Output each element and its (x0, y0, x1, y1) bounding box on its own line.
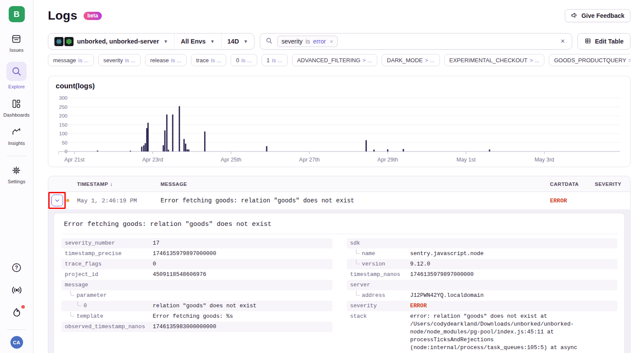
quick-filter-chip[interactable]: DARK_MODE> ... (382, 54, 439, 66)
environment-selector[interactable]: All Envs ▼ (174, 34, 221, 49)
attribute-row: addressJ12PWN42YQ.localdomain (347, 290, 618, 301)
logs-table: TIMESTAMP↓ MESSAGE CARTDATA SEVERITY May… (48, 176, 631, 353)
column-header-cartdata[interactable]: CARTDATA (540, 182, 588, 187)
column-header-message[interactable]: MESSAGE (161, 182, 540, 187)
svg-text:Apr 23rd: Apr 23rd (142, 157, 163, 163)
sort-desc-icon: ↓ (110, 181, 113, 187)
quick-filter-chip[interactable]: 1is ... (262, 54, 288, 66)
attribute-row: version9.12.0 (347, 259, 618, 269)
attribute-row: project_id4509118548606976 (61, 269, 332, 280)
edit-table-button[interactable]: Edit Table (577, 33, 631, 50)
attribute-row: namesentry.javascript.node (347, 249, 618, 259)
attributes-column-left: severity_number17timestamp_precise174613… (61, 238, 332, 332)
attribute-row: severityERROR (347, 301, 618, 311)
sidebar-item-label: Settings (8, 179, 26, 184)
date-range-selector[interactable]: 14D ▼ (221, 34, 255, 49)
sidebar-item-dashboards[interactable]: Dashboards (3, 98, 30, 118)
give-feedback-button[interactable]: Give Feedback (565, 9, 631, 22)
svg-text:?: ? (15, 265, 18, 271)
bar-chart-canvas[interactable]: 050100150200250300Apr 21stApr 23rdApr 25… (48, 92, 630, 167)
sidebar-item-label: Dashboards (3, 112, 30, 118)
sidebar-item-explore[interactable]: Explore (7, 62, 27, 89)
token-key: severity (282, 38, 302, 45)
sidebar-item-label: Explore (8, 84, 25, 89)
quick-filter-chip[interactable]: EXPERIMENTAL_CHECKOUT> ... (444, 54, 545, 66)
quick-filter-chip[interactable]: messageis ... (48, 54, 94, 66)
attribute-row: timestamp_nanos1746135979897000000 (347, 269, 618, 280)
user-avatar[interactable]: CA (10, 336, 23, 349)
quick-filter-chip[interactable]: releaseis ... (145, 54, 186, 66)
quick-filter-chip[interactable]: 0is ... (231, 54, 257, 66)
help-button[interactable]: ? (11, 262, 22, 275)
tree-connector-icon (70, 312, 74, 316)
environment-selector-value: All Envs (181, 38, 205, 45)
svg-text:Apr 25th: Apr 25th (221, 157, 241, 163)
log-table-row[interactable]: May 1, 2:46:19 PM Error fetching goods: … (48, 192, 630, 209)
tree-connector-icon (77, 301, 81, 306)
issues-icon (11, 34, 22, 44)
svg-text:100: 100 (59, 131, 67, 136)
sidebar-nav: Issues Explore Dashboards (3, 34, 30, 193)
settings-icon (11, 165, 22, 176)
log-detail-title: Error fetching goods: relation "goods" d… (64, 221, 617, 228)
notification-dot (21, 305, 25, 309)
row-detail-panel: Error fetching goods: relation "goods" d… (48, 209, 630, 353)
svg-text:150: 150 (59, 122, 67, 128)
chevron-down-icon: ▼ (164, 39, 168, 44)
annotation-highlight-box (48, 192, 66, 209)
quick-filter-chip[interactable]: severityis ... (98, 54, 141, 66)
svg-text:0: 0 (65, 149, 67, 154)
broadcast-icon[interactable] (11, 284, 23, 298)
selector-group: unborked, unborked-server ▼ All Envs ▼ 1… (48, 33, 255, 50)
org-logo[interactable]: B (9, 6, 25, 22)
attributes-column-right: sdknamesentry.javascript.nodeversion9.12… (347, 238, 618, 353)
attribute-row: 0relation "goods" does not exist (61, 301, 332, 311)
quick-filter-chip[interactable]: GOODS_PRODUCTQUERY> ... (549, 54, 631, 66)
sidebar-footer: ? CA (7, 262, 26, 353)
edit-table-label: Edit Table (595, 38, 624, 45)
sidebar-divider (7, 329, 26, 330)
sidebar-item-issues[interactable]: Issues (10, 34, 23, 53)
column-header-severity[interactable]: SEVERITY (588, 182, 630, 187)
tree-connector-icon (356, 259, 360, 264)
filter-bar: unborked, unborked-server ▼ All Envs ▼ 1… (48, 33, 631, 50)
svg-text:Apr 29th: Apr 29th (377, 157, 398, 163)
project-platform-icons (54, 37, 74, 46)
main-content: Logs beta Give Feedback (34, 7, 644, 353)
sidebar-divider (7, 156, 26, 156)
attribute-row: message (61, 280, 332, 290)
quick-filter-chip[interactable]: traceis ... (191, 54, 227, 66)
tree-connector-icon (356, 249, 360, 254)
whats-new-flame-icon[interactable] (11, 307, 23, 320)
sidebar-item-insights[interactable]: Insights (8, 127, 25, 146)
page-title: Logs (48, 9, 77, 23)
tree-connector-icon (356, 291, 360, 296)
megaphone-icon (571, 12, 578, 20)
attribute-row: timestamp_precise1746135979897000000 (61, 249, 332, 259)
dashboards-icon (11, 98, 22, 109)
search-input[interactable]: severity is error × × (260, 33, 572, 50)
chevron-down-icon: ▼ (243, 39, 248, 44)
sidebar-item-settings[interactable]: Settings (8, 165, 26, 184)
column-header-timestamp[interactable]: TIMESTAMP↓ (77, 181, 161, 187)
give-feedback-label: Give Feedback (581, 12, 624, 19)
svg-text:Apr 27th: Apr 27th (299, 157, 319, 163)
project-selector[interactable]: unborked, unborked-server ▼ (48, 34, 174, 49)
attribute-row: severity_number17 (61, 238, 332, 249)
sidebar-item-label: Issues (10, 47, 23, 53)
severity-cell: ERROR (540, 198, 588, 204)
attribute-row: stackerror: relation "goods" does not ex… (347, 311, 618, 353)
svg-text:Apr 21st: Apr 21st (64, 157, 85, 163)
attribute-row: observed_timestamp_nanos1746135983000000… (61, 322, 332, 332)
quick-filter-chip[interactable]: ADVANCED_FILTERING> ... (292, 54, 377, 66)
token-remove-icon[interactable]: × (330, 38, 333, 45)
quick-filter-chips: messageis ...severityis ...releaseis ...… (48, 54, 631, 66)
attribute-row: templateError fetching goods: %s (61, 311, 332, 322)
table-header-row: TIMESTAMP↓ MESSAGE CARTDATA SEVERITY (48, 176, 630, 192)
token-operator: is (305, 38, 310, 45)
clear-search-icon[interactable]: × (559, 37, 567, 46)
date-range-value: 14D (228, 38, 239, 45)
search-filter-token[interactable]: severity is error × (277, 36, 338, 47)
message-cell: Error fetching goods: relation "goods" d… (161, 197, 540, 204)
svg-text:300: 300 (59, 95, 67, 101)
